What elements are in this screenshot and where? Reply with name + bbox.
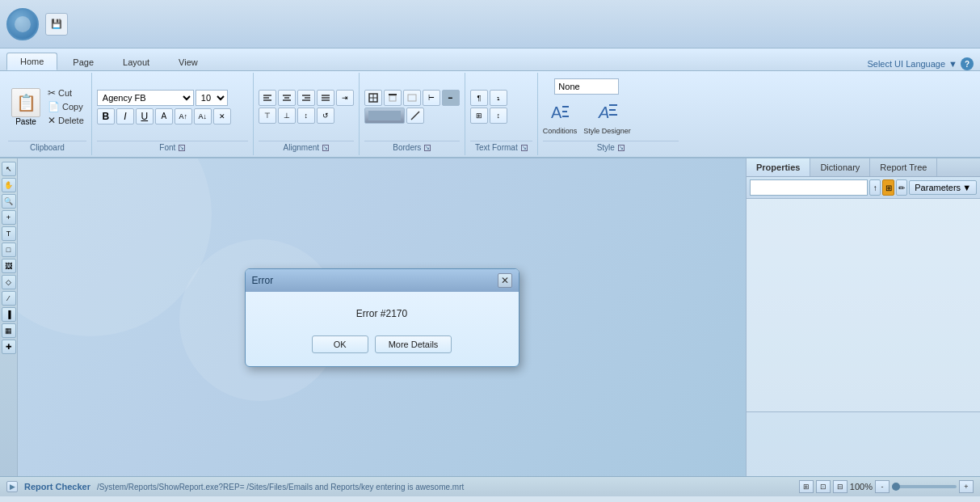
tool-line[interactable]: ⁄ [2, 291, 16, 306]
alignment-expand-icon[interactable]: ↘ [322, 145, 329, 151]
align-right-button[interactable] [297, 90, 315, 106]
status-expand-button[interactable]: ▶ [6, 481, 18, 492]
tool-zoom[interactable]: 🔍 [2, 194, 16, 209]
tool-shape[interactable]: ◇ [2, 275, 16, 289]
border-side-button[interactable] [403, 90, 421, 106]
text-format-btn2[interactable]: ₁ [490, 90, 507, 106]
border-type-button[interactable]: ━ [442, 90, 460, 106]
select-ui-language[interactable]: Select UI Language ▼ ? [867, 57, 974, 70]
text-format-controls: ¶ ₁ ⊞ ↕ [470, 90, 507, 124]
report-tree-tab[interactable]: Report Tree [870, 158, 937, 176]
border-all-button[interactable] [364, 90, 382, 106]
properties-search-input[interactable] [750, 179, 868, 196]
valign-bot-button[interactable]: ↕ [297, 108, 315, 124]
group-button[interactable]: ⊞ [882, 179, 894, 196]
dialog-message: Error #2170 [259, 308, 506, 319]
paste-button[interactable]: 📋 Paste [8, 86, 44, 128]
tab-page[interactable]: Page [59, 53, 107, 70]
dialog-overlay: Error ✕ Error #2170 OK More Details [18, 158, 746, 476]
tool-image[interactable]: 🖼 [2, 259, 16, 273]
tab-view[interactable]: View [165, 53, 212, 70]
text-format-expand-icon[interactable]: ↘ [521, 145, 528, 151]
font-expand-icon[interactable]: ↘ [179, 145, 185, 151]
font-size-up-button[interactable]: A↑ [175, 108, 192, 124]
italic-button[interactable]: I [116, 108, 134, 124]
font-size-select[interactable]: 10 [196, 90, 228, 106]
ribbon-group-borders: ⊢ ━ Borders ↘ [360, 73, 465, 155]
dialog-title: Error [252, 275, 274, 286]
align-justify-button[interactable] [317, 90, 334, 106]
fill-color-button[interactable] [364, 108, 405, 124]
tool-rect[interactable]: □ [2, 243, 16, 257]
properties-tab[interactable]: Properties [747, 158, 810, 176]
right-panel: Properties Dictionary Report Tree ↑ ⊞ ✏ … [746, 158, 980, 476]
font-name-select[interactable]: Agency FB [97, 90, 194, 106]
tool-insert[interactable]: + [2, 210, 16, 225]
tool-hand[interactable]: ✋ [2, 178, 16, 192]
style-expand-icon[interactable]: ↘ [618, 145, 625, 151]
align-center-button[interactable] [278, 90, 296, 106]
zoom-minus-button[interactable]: - [875, 480, 890, 493]
border-right-button[interactable]: ⊢ [423, 90, 440, 106]
ribbon-group-font: Agency FB 10 B I U A A↑ A↓ ✕ Font [92, 73, 254, 155]
delete-icon: ✕ [48, 115, 56, 126]
dialog-close-button[interactable]: ✕ [498, 273, 512, 288]
text-format-btn4[interactable]: ↕ [490, 108, 507, 124]
zoom-page-button[interactable]: ⊡ [816, 480, 831, 493]
clipboard-small-buttons: ✂ Cut 📄 Copy ✕ Delete [45, 86, 86, 127]
dialog-more-details-button[interactable]: More Details [375, 335, 452, 353]
bold-button[interactable]: B [97, 108, 115, 124]
zoom-plus-button[interactable]: + [959, 480, 974, 493]
svg-rect-17 [408, 95, 416, 101]
cut-button[interactable]: ✂ Cut [45, 86, 86, 99]
conditions-button[interactable]: A Conditions [543, 98, 578, 135]
style-designer-icon: A [593, 98, 622, 127]
status-bar: ▶ Report Checker /System/Reports/ShowRep… [0, 476, 980, 496]
underline-button[interactable]: U [136, 108, 154, 124]
zoom-percentage: 100% [850, 482, 873, 491]
font-label: Font ↘ [97, 141, 248, 154]
save-button[interactable]: 💾 [45, 13, 68, 36]
zoom-fit-button[interactable]: ⊞ [799, 480, 814, 493]
style-designer-button[interactable]: A Style Designer [583, 98, 631, 135]
filter-button[interactable]: ✏ [896, 179, 907, 196]
canvas-area: Error ✕ Error #2170 OK More Details [18, 158, 746, 476]
tab-layout[interactable]: Layout [109, 53, 163, 70]
clipboard-label: Clipboard [8, 141, 86, 154]
app-logo [6, 8, 39, 40]
font-size-down-button[interactable]: A↓ [194, 108, 212, 124]
paste-label: Paste [15, 117, 36, 126]
parameters-dropdown[interactable]: Parameters ▼ [909, 180, 977, 195]
zoom-width-button[interactable]: ⊟ [833, 480, 848, 493]
text-format-btn1[interactable]: ¶ [470, 90, 488, 106]
border-top-button[interactable] [384, 90, 402, 106]
tool-text[interactable]: T [2, 226, 16, 241]
tool-barcode[interactable]: ▐ [2, 307, 16, 322]
dictionary-tab[interactable]: Dictionary [810, 158, 870, 176]
rotate-button[interactable]: ↺ [317, 108, 334, 124]
text-format-btn3[interactable]: ⊞ [470, 108, 488, 124]
copy-button[interactable]: 📄 Copy [45, 100, 86, 113]
align-left-button[interactable] [259, 90, 276, 106]
zoom-slider[interactable] [892, 485, 957, 488]
valign-mid-button[interactable]: ⊥ [278, 108, 296, 124]
ribbon-group-alignment: ⇥ ⊤ ⊥ ↕ ↺ Alignment ↘ [254, 73, 360, 155]
borders-label: Borders ↘ [364, 141, 460, 154]
clear-format-button[interactable]: ✕ [213, 108, 231, 124]
main-area: ↖ ✋ 🔍 + T □ 🖼 ◇ ⁄ ▐ ▦ ✚ Error ✕ Error #2… [0, 158, 980, 476]
dialog-ok-button[interactable]: OK [312, 335, 368, 353]
svg-rect-18 [368, 111, 401, 120]
border-draw-button[interactable] [406, 108, 424, 124]
tool-select[interactable]: ↖ [2, 162, 16, 176]
delete-button[interactable]: ✕ Delete [45, 114, 86, 127]
tool-cross[interactable]: ✚ [2, 340, 16, 354]
tool-chart[interactable]: ▦ [2, 323, 16, 338]
sort-asc-button[interactable]: ↑ [869, 179, 881, 196]
dialog-title-bar: Error ✕ [246, 269, 519, 292]
valign-top-button[interactable]: ⊤ [259, 108, 276, 124]
tab-home[interactable]: Home [6, 53, 57, 70]
help-icon[interactable]: ? [961, 57, 974, 70]
font-color-button[interactable]: A [155, 108, 173, 124]
indent-button[interactable]: ⇥ [336, 90, 354, 106]
borders-expand-icon[interactable]: ↘ [424, 145, 431, 151]
